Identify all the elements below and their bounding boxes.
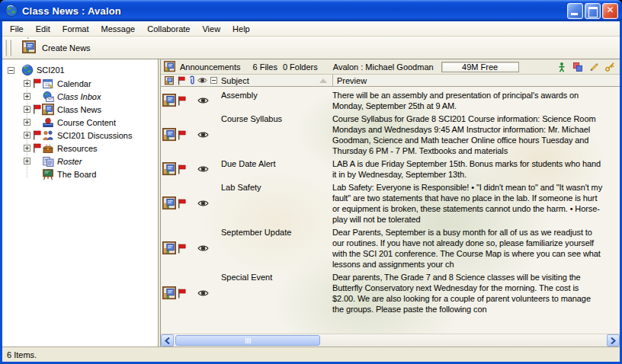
menu-format[interactable]: Format (56, 23, 95, 35)
subject-column-label: Subject (221, 76, 249, 85)
flag-icon (178, 96, 186, 106)
app-window: Class News : Avalon File Edit Format Mes… (0, 0, 622, 364)
create-news-label: Create News (42, 43, 91, 53)
message-subject: Special Event (221, 272, 332, 315)
column-viewed[interactable] (197, 77, 210, 84)
column-attachment[interactable] (188, 75, 197, 85)
message-subject: Course Syllabus (221, 113, 332, 156)
tree-label: Roster (57, 157, 82, 166)
tree-item-course-content[interactable]: Course Content (2, 116, 158, 129)
tree-label: SCI201 (37, 65, 65, 75)
message-row[interactable]: Lab Safety Lab Safety: Everyone is Respo… (161, 181, 620, 226)
flag-icon (178, 199, 186, 209)
tree-label: Resources (57, 144, 98, 153)
tree-item-sci201[interactable]: SCI201 (2, 63, 158, 77)
unread-flag-icon (33, 78, 41, 88)
message-row[interactable]: Assembly There will be an assembly and p… (161, 89, 620, 113)
roster-icon (42, 155, 54, 168)
eye-icon (197, 77, 207, 84)
tree-item-resources[interactable]: Resources (2, 142, 158, 155)
flag-icon (178, 76, 185, 85)
message-list: Assembly There will be an assembly and p… (161, 87, 620, 334)
news-item-icon (162, 286, 177, 300)
column-flag[interactable] (178, 76, 188, 85)
flag-icon (178, 164, 186, 174)
create-news-button[interactable]: ⌄̕ Create News (19, 38, 96, 58)
expand-icon[interactable] (24, 132, 30, 139)
menu-bar: File Edit Format Message Collaborate Vie… (2, 21, 620, 37)
message-preview: Dear parents, The Grade 7 and 8 Science … (332, 272, 620, 315)
tree-item-sci201-discussions[interactable]: SCI201 Discussions (2, 129, 158, 142)
folder-tree: SCI201 Calendar Class Inbox (2, 63, 158, 180)
news-item-icon (162, 128, 177, 142)
toolbar-grip[interactable] (9, 40, 11, 56)
tree-item-calendar[interactable]: Calendar (2, 77, 158, 90)
message-subject: Assembly (221, 90, 332, 111)
horizontal-scrollbar[interactable] (161, 334, 620, 346)
permissions-key-icon[interactable] (604, 62, 615, 72)
tree-item-class-news[interactable]: Class News (2, 103, 158, 116)
news-icon (42, 104, 54, 116)
tree-label: Class Inbox (57, 92, 101, 101)
message-row[interactable]: September Update Dear Parents, September… (161, 226, 620, 271)
maximize-button[interactable] (585, 3, 601, 19)
menu-collaborate[interactable]: Collaborate (141, 23, 196, 35)
menu-file[interactable]: File (4, 23, 30, 35)
collapse-icon[interactable] (8, 67, 14, 74)
folder-type-label: Announcements (180, 62, 241, 72)
menu-edit[interactable]: Edit (30, 23, 56, 35)
expand-icon[interactable] (24, 145, 30, 152)
chevron-right-icon (611, 337, 616, 344)
preview-column-label: Preview (337, 76, 367, 85)
title-bar[interactable]: Class News : Avalon (0, 0, 622, 21)
calendar-icon (42, 78, 54, 90)
chevron-left-icon (165, 337, 170, 344)
expand-icon[interactable] (24, 158, 30, 164)
toolbar-grip[interactable] (5, 40, 7, 56)
menu-help[interactable]: Help (226, 23, 256, 35)
message-subject: September Update (221, 227, 332, 270)
scroll-right-button[interactable] (607, 334, 620, 346)
message-list-panel: Announcements 6 Files 0 Folders Avalon :… (161, 59, 620, 346)
inbox-icon (42, 91, 54, 103)
flag-icon (178, 289, 186, 299)
tree-item-the-board[interactable]: The Board (2, 168, 158, 180)
message-row[interactable]: Course Syllabus Course Syllabus for Grad… (161, 113, 620, 158)
course-content-icon (42, 117, 54, 129)
unread-flag-icon (33, 130, 41, 140)
scrollbar-track[interactable] (174, 334, 607, 346)
tree-label: SCI201 Discussions (57, 131, 132, 140)
expand-icon[interactable] (24, 93, 30, 100)
viewed-eye-icon (197, 289, 209, 297)
server-identity: Avalon : Michael Goodman (333, 62, 434, 72)
expand-icon[interactable] (24, 119, 30, 126)
news-icon (165, 76, 174, 85)
tree-label: Class News (57, 105, 101, 114)
files-count: 6 Files (253, 62, 277, 72)
message-row[interactable]: Special Event Dear parents, The Grade 7 … (161, 271, 620, 316)
minimize-button[interactable] (567, 3, 583, 19)
column-item-icon[interactable] (161, 76, 178, 85)
flag-icon (178, 130, 186, 140)
workspace-layers-icon[interactable] (572, 62, 583, 72)
expand-icon[interactable] (24, 106, 30, 113)
menu-message[interactable]: Message (95, 23, 142, 35)
collapse-all-box[interactable] (210, 77, 221, 84)
scroll-left-button[interactable] (161, 334, 174, 346)
message-preview: There will be an assembly and presentati… (332, 90, 620, 111)
scrollbar-thumb[interactable] (175, 335, 320, 346)
column-subject[interactable]: Subject (221, 76, 332, 85)
conference-globe-icon (21, 64, 34, 76)
close-button[interactable] (602, 3, 618, 19)
message-row[interactable]: Due Date Alert LAB A is due Friday Septe… (161, 158, 620, 181)
unread-flag-icon (33, 104, 41, 114)
viewed-eye-icon (197, 200, 209, 207)
expand-icon[interactable] (24, 80, 30, 87)
tree-item-roster[interactable]: Roster (2, 155, 158, 168)
edit-pencil-icon[interactable] (588, 62, 599, 72)
tree-item-class-inbox[interactable]: Class Inbox (2, 90, 158, 103)
online-user-icon[interactable] (556, 62, 567, 72)
tree-label: Calendar (57, 79, 91, 88)
column-preview[interactable]: Preview (332, 75, 620, 86)
menu-view[interactable]: View (196, 23, 226, 35)
